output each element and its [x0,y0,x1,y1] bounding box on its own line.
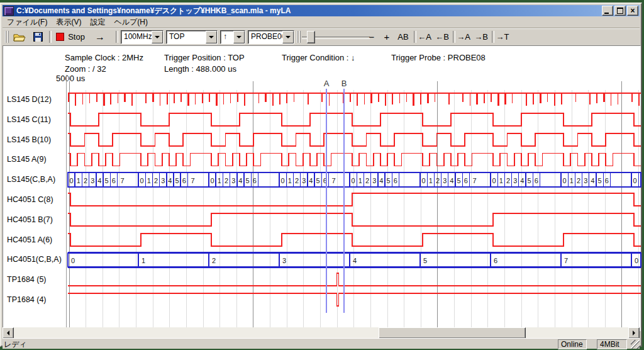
cursor-b-label[interactable]: B [341,79,347,88]
title-bar[interactable]: C:¥Documents and Settings¥noname¥デスクトップ¥… [3,5,640,16]
zoom-info: Zoom : / 32 [65,64,106,74]
status-online-badge: Online [558,339,587,349]
grid-layer [69,81,639,328]
svg-text:2: 2 [154,177,158,184]
toolbar-grip[interactable] [297,31,301,43]
svg-text:7: 7 [331,177,335,184]
toolbar: Stop → 100MHz TOP ↑ PROBE00 [3,28,640,46]
signal-label-1[interactable]: LS145 D(12) [7,95,52,104]
combo-drop-button[interactable] [233,31,245,43]
trigger-condition-info: Trigger Condition : ↓ [282,53,355,62]
trigger-edge-combo[interactable]: ↑ [220,30,245,44]
save-floppy-icon [33,32,43,42]
svg-text:1: 1 [499,177,503,184]
signal-label-5[interactable]: LS145(C,B,A) [7,175,55,184]
signal-label-2[interactable]: LS145 C(11) [7,115,51,124]
svg-text:0: 0 [71,257,75,264]
minus-icon: − [369,31,375,42]
app-window: C:¥Documents and Settings¥noname¥デスクトップ¥… [0,3,642,347]
chevron-down-icon [209,36,214,38]
goto-trigger-button[interactable]: →T [494,30,511,43]
resize-grip[interactable] [631,340,640,349]
minimize-button[interactable] [602,6,613,16]
trigger-position-combo[interactable]: TOP [166,30,218,44]
save-button[interactable] [30,30,45,43]
svg-text:0: 0 [635,257,638,264]
svg-text:5: 5 [387,177,391,184]
svg-text:5: 5 [528,177,531,184]
menu-view[interactable]: 表示(V) [52,16,86,28]
zoom-out-button[interactable]: − [365,30,379,43]
svg-text:1: 1 [429,177,433,184]
zoom-ab-button[interactable]: AB [395,30,411,43]
svg-text:1: 1 [288,177,292,184]
signal-label-11[interactable]: TP1684 (4) [7,295,47,304]
sample-clock-info: Sample Clock : 2MHz [65,53,143,62]
combo-drop-button[interactable] [152,31,163,43]
close-button[interactable]: × [627,6,638,16]
toolbar-separator [49,31,52,43]
signal-label-10[interactable]: TP1684 (5) [7,275,47,284]
svg-text:2: 2 [577,177,580,184]
combo-drop-button[interactable] [206,31,217,43]
svg-text:4: 4 [97,177,101,184]
svg-text:3: 3 [161,177,165,184]
svg-text:2: 2 [365,177,369,184]
svg-text:5: 5 [105,177,109,184]
waveform-canvas[interactable]: 0123456701234567012345601234567012345601… [67,80,642,330]
svg-text:3: 3 [91,177,94,184]
menu-file[interactable]: ファイル(F) [3,16,52,28]
scroll-right-button[interactable] [628,327,640,339]
maximize-button[interactable] [614,6,626,16]
combo-drop-button[interactable] [282,31,294,43]
zoom-slider-thumb[interactable] [307,31,315,43]
open-button[interactable] [11,30,28,43]
svg-text:0: 0 [352,177,355,184]
svg-text:7: 7 [120,177,124,184]
zoom-in-button[interactable]: + [380,30,394,43]
svg-text:1: 1 [358,177,362,184]
goto-cursor-a-button[interactable]: ←A [416,30,433,43]
set-cursor-b-button[interactable]: →B [473,30,489,43]
single-step-button[interactable]: → [91,30,109,43]
desktop: C:¥Documents and Settings¥noname¥デスクトップ¥… [0,0,644,350]
svg-text:4: 4 [238,177,242,184]
svg-text:0: 0 [492,177,496,184]
menu-help[interactable]: ヘルプ(H) [109,16,152,28]
app-icon[interactable] [4,6,14,16]
left-b-icon: ←B [435,32,449,42]
svg-text:6: 6 [494,257,497,264]
svg-text:7: 7 [472,177,476,184]
svg-text:1: 1 [147,177,151,184]
goto-cursor-b-button[interactable]: ←B [434,30,450,43]
svg-text:5: 5 [316,177,320,184]
status-capacity-badge: 4MBit [597,339,627,349]
set-cursor-a-button[interactable]: →A [455,30,472,43]
svg-text:5: 5 [423,257,427,264]
signal-label-7[interactable]: HC4051 B(7) [7,215,53,224]
signal-label-9[interactable]: HC4051(C,B,A) [7,255,62,264]
signal-label-4[interactable]: LS145 A(9) [7,155,47,164]
svg-text:6: 6 [112,177,116,184]
ab-label: AB [397,32,408,42]
horizontal-scrollbar[interactable] [3,327,640,338]
svg-text:0: 0 [211,177,214,184]
signal-label-8[interactable]: HC4051 A(6) [7,235,52,244]
signal-label-6[interactable]: HC4051 C(8) [7,195,53,204]
svg-text:4: 4 [591,177,594,184]
status-ready-text: レディ [4,339,27,350]
svg-text:0: 0 [633,177,637,184]
toolbar-grip[interactable] [5,31,9,43]
scrollbar-thumb[interactable] [379,327,526,339]
svg-text:0: 0 [422,177,426,184]
sample-clock-combo[interactable]: 100MHz [121,30,164,44]
scroll-left-button[interactable] [3,327,14,339]
trigger-probe-combo[interactable]: PROBE00 [248,30,294,44]
signal-label-3[interactable]: LS145 B(10) [7,135,51,144]
svg-text:3: 3 [513,177,517,184]
stop-button[interactable]: Stop [54,30,87,43]
close-icon: × [630,8,635,14]
menu-settings[interactable]: 設定 [86,16,109,28]
chevron-down-icon [236,36,242,38]
cursor-a-label[interactable]: A [324,79,330,88]
